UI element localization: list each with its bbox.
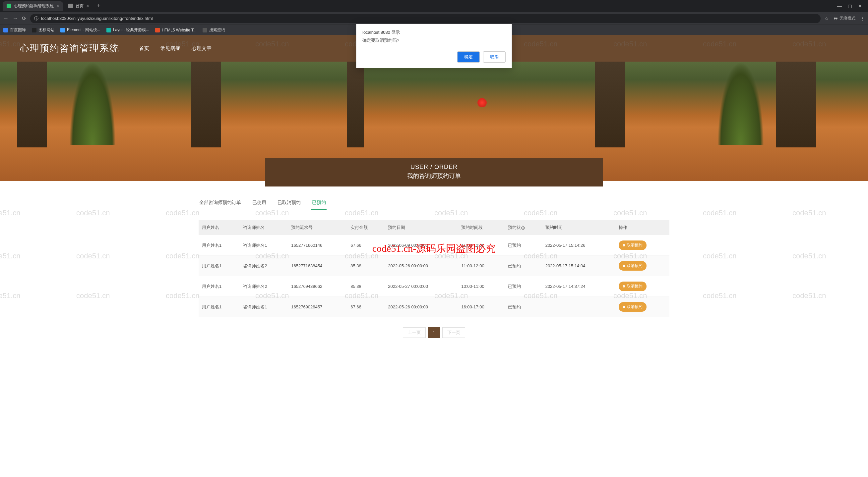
table-cell-action: 取消预约 <box>615 256 670 276</box>
page-prev-button[interactable]: 上一页 <box>403 327 426 338</box>
incognito-badge: 🕶 无痕模式 <box>834 15 856 21</box>
bookmark-item[interactable]: 搜索壁纸 <box>203 27 225 33</box>
table-cell-action: 取消预约 <box>615 297 670 317</box>
nav-link[interactable]: 首页 <box>139 45 149 52</box>
section-title-en: USER / ORDER <box>265 164 603 171</box>
table-cell: 2022-05-17 15:14:26 <box>542 235 615 256</box>
bookmark-icon <box>32 28 36 32</box>
table-cell: 67.66 <box>347 297 384 317</box>
table-cell: 1652771638454 <box>288 256 347 276</box>
address-bar: ← → ⟳ ⓘ localhost:8080/xinliyuyuezixungu… <box>0 12 868 25</box>
bookmark-label: Layui - 经典开源模... <box>113 27 149 33</box>
column-header: 实付金额 <box>347 220 384 235</box>
table-cell: 2022-06-09 00:00:00 <box>384 235 458 256</box>
order-tab[interactable]: 已使用 <box>252 197 267 210</box>
table-cell: 用户姓名1 <box>198 235 240 256</box>
page-next-button[interactable]: 下一页 <box>442 327 465 338</box>
column-header: 预约日期 <box>384 220 458 235</box>
menu-icon[interactable]: ⋮ <box>860 16 865 21</box>
order-tab[interactable]: 已预约 <box>311 197 327 210</box>
cancel-order-button[interactable]: 取消预约 <box>619 261 647 271</box>
table-cell: 1652769026457 <box>288 297 347 317</box>
table-cell: 16:00-17:00 <box>458 297 504 317</box>
favicon-icon <box>7 4 11 8</box>
nav-links: 首页常见病症心理文章 <box>139 45 212 52</box>
tab-strip: 心理预约咨询管理系统 × 首页 × + — ▢ ✕ <box>0 0 868 12</box>
table-cell <box>542 297 615 317</box>
table-cell: 已预约 <box>505 256 542 276</box>
bookmark-item[interactable]: Element - 网站快... <box>60 27 100 33</box>
bookmark-item[interactable]: 图标网站 <box>32 27 54 33</box>
bookmark-icon <box>106 28 111 32</box>
column-header: 用户姓名 <box>198 220 240 235</box>
url-field[interactable]: ⓘ localhost:8080/xinliyuyuezixunguanlixi… <box>30 14 820 23</box>
table-cell: 2022-05-17 14:37:24 <box>542 276 615 297</box>
bookmark-label: Element - 网站快... <box>67 27 100 33</box>
window-minimize-icon[interactable]: — <box>837 3 842 9</box>
favicon-icon <box>68 4 73 8</box>
table-cell: 10:00-11:00 <box>458 276 504 297</box>
nav-link[interactable]: 常见病症 <box>160 45 180 52</box>
table-cell: 已预约 <box>505 297 542 317</box>
pagination: 上一页 1 下一页 <box>0 327 868 338</box>
table-row: 用户姓名1咨询师姓名1165277166014667.662022-06-09 … <box>198 235 670 256</box>
orders-table: 用户姓名咨询师姓名预约流水号实付金额预约日期预约时间段预约状态预约时间操作 用户… <box>198 220 670 317</box>
nav-link[interactable]: 心理文章 <box>192 45 212 52</box>
window-close-icon[interactable]: ✕ <box>858 3 862 9</box>
bookmark-icon <box>155 28 160 32</box>
column-header: 咨询师姓名 <box>240 220 288 235</box>
forward-button[interactable]: → <box>12 15 18 22</box>
order-tab[interactable]: 全部咨询师预约订单 <box>198 197 242 210</box>
order-tabs-wrap: 全部咨询师预约订单已使用已取消预约已预约 <box>198 197 670 210</box>
bookmark-icon <box>3 28 8 32</box>
browser-tab[interactable]: 首页 × <box>64 1 93 11</box>
table-cell-action: 取消预约 <box>615 235 670 256</box>
order-tab[interactable]: 已取消预约 <box>277 197 301 210</box>
table-body: 用户姓名1咨询师姓名1165277166014667.662022-06-09 … <box>198 235 670 317</box>
dialog-message: 确定要取消预约吗? <box>362 37 506 43</box>
reload-button[interactable]: ⟳ <box>22 15 26 22</box>
bookmark-label: 百度翻译 <box>10 27 26 33</box>
dialog-host: localhost:8080 显示 <box>362 30 506 35</box>
tab-close-icon[interactable]: × <box>86 3 89 9</box>
bookmark-label: HTML5 Website T... <box>162 28 196 32</box>
table-cell: 1652769439662 <box>288 276 347 297</box>
column-header: 操作 <box>615 220 670 235</box>
bookmark-label: 搜索壁纸 <box>209 27 225 33</box>
bookmark-item[interactable]: 百度翻译 <box>3 27 26 33</box>
table-row: 用户姓名1咨询师姓名2165276943966285.382022-05-27 … <box>198 276 670 297</box>
bookmark-item[interactable]: HTML5 Website T... <box>155 28 196 32</box>
window-controls: — ▢ ✕ <box>837 3 865 9</box>
table-cell: 用户姓名1 <box>198 276 240 297</box>
tab-title: 心理预约咨询管理系统 <box>14 3 54 9</box>
table-cell: 用户姓名1 <box>198 256 240 276</box>
section-title-cn: 我的咨询师预约订单 <box>265 172 603 180</box>
table-cell: 2022-05-17 15:14:04 <box>542 256 615 276</box>
incognito-icon: 🕶 <box>834 16 837 21</box>
tab-close-icon[interactable]: × <box>56 3 59 9</box>
bookmark-item[interactable]: Layui - 经典开源模... <box>106 27 149 33</box>
table-cell: 11:00-12:00 <box>458 235 504 256</box>
table-cell: 85.38 <box>347 276 384 297</box>
browser-tab[interactable]: 心理预约咨询管理系统 × <box>3 1 63 11</box>
page-1-button[interactable]: 1 <box>428 327 440 338</box>
window-maximize-icon[interactable]: ▢ <box>848 3 852 9</box>
star-icon[interactable]: ☆ <box>825 16 829 21</box>
column-header: 预约时间 <box>542 220 615 235</box>
cancel-order-button[interactable]: 取消预约 <box>619 240 647 250</box>
order-tabs: 全部咨询师预约订单已使用已取消预约已预约 <box>198 197 670 210</box>
info-icon: ⓘ <box>34 15 38 22</box>
new-tab-button[interactable]: + <box>94 3 103 10</box>
table-cell: 11:00-12:00 <box>458 256 504 276</box>
table-header-row: 用户姓名咨询师姓名预约流水号实付金额预约日期预约时间段预约状态预约时间操作 <box>198 220 670 235</box>
dialog-ok-button[interactable]: 确定 <box>457 52 480 63</box>
table-cell: 2022-05-27 00:00:00 <box>384 276 458 297</box>
cancel-order-button[interactable]: 取消预约 <box>619 281 647 291</box>
table-cell-action: 取消预约 <box>615 276 670 297</box>
cancel-order-button[interactable]: 取消预约 <box>619 302 647 312</box>
column-header: 预约状态 <box>505 220 542 235</box>
table-row: 用户姓名1咨询师姓名1165276902645767.662022-05-26 … <box>198 297 670 317</box>
back-button[interactable]: ← <box>3 15 9 22</box>
dialog-cancel-button[interactable]: 取消 <box>483 52 506 63</box>
column-header: 预约时间段 <box>458 220 504 235</box>
